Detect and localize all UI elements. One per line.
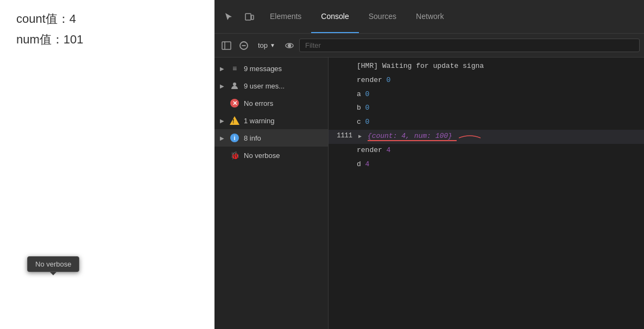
sidebar-label-warnings: 1 warning <box>244 117 274 125</box>
line-content: d 4 <box>357 159 637 170</box>
arrow-icon: ▶ <box>219 66 225 72</box>
line-content: ▶ {count: 4, num: 100} <box>357 131 637 142</box>
count-display: count值：4 <box>16 11 198 27</box>
sidebar-item-warnings[interactable]: ▶ 1 warning <box>214 112 328 129</box>
svg-point-8 <box>233 83 236 86</box>
device-icon[interactable] <box>239 7 259 27</box>
line-content: a 0 <box>357 89 637 100</box>
line-content: c 0 <box>357 117 637 128</box>
console-line: d 4 <box>329 158 644 172</box>
tab-console[interactable]: Console <box>311 0 358 33</box>
context-selector[interactable]: top ▼ <box>254 40 280 50</box>
tab-network[interactable]: Network <box>406 0 453 33</box>
sidebar-label-user: 9 user mes... <box>244 82 285 90</box>
eye-btn[interactable] <box>282 38 297 53</box>
arrow-icon: ▶ <box>219 118 225 124</box>
console-toolbar: top ▼ <box>214 34 644 58</box>
sidebar-label-verbose: No verbose <box>244 151 280 160</box>
line-content: b 0 <box>357 103 637 114</box>
sidebar-label-info: 8 info <box>244 134 261 142</box>
console-output: [HMR] Waiting for update signa render 0 … <box>329 58 644 329</box>
svg-point-7 <box>288 44 291 47</box>
line-content: [HMR] Waiting for update signa <box>357 61 637 72</box>
sidebar-item-verbose[interactable]: 🐞 No verbose <box>214 147 328 164</box>
tab-sources[interactable]: Sources <box>359 0 406 33</box>
sidebar-label-messages: 9 messages <box>244 65 282 73</box>
sidebar-item-user[interactable]: ▶ 9 user mes... <box>214 77 328 94</box>
sidebar-item-messages[interactable]: ▶ ≡ 9 messages <box>214 60 328 77</box>
console-line: render 0 <box>329 74 644 88</box>
arrow-icon: ▶ <box>219 135 225 141</box>
tab-bar: Elements Console Sources Network <box>214 0 644 34</box>
clear-btn[interactable] <box>236 38 251 53</box>
list-icon: ≡ <box>230 64 239 73</box>
filter-input[interactable] <box>299 39 640 52</box>
sidebar-item-info[interactable]: ▶ i 8 info <box>214 129 328 147</box>
user-icon <box>230 81 239 91</box>
console-line: b 0 <box>329 102 644 116</box>
tab-elements[interactable]: Elements <box>260 0 311 33</box>
devtools-panel: Elements Console Sources Network top <box>214 0 644 329</box>
sidebar-toggle-btn[interactable] <box>219 38 234 53</box>
console-sidebar: ▶ ≡ 9 messages ▶ 9 user mes... <box>214 58 329 329</box>
console-line: a 0 <box>329 88 644 102</box>
console-main: ▶ ≡ 9 messages ▶ 9 user mes... <box>214 58 644 329</box>
expand-arrow[interactable]: ▶ <box>358 132 362 141</box>
console-line: c 0 <box>329 116 644 130</box>
svg-rect-2 <box>222 42 231 49</box>
svg-rect-1 <box>251 15 254 20</box>
line-content: render 0 <box>357 75 637 86</box>
svg-rect-0 <box>245 14 251 20</box>
verbose-icon: 🐞 <box>230 150 239 160</box>
console-line: render 4 <box>329 144 644 158</box>
sidebar-label-errors: No errors <box>244 99 273 107</box>
error-icon: ✕ <box>230 98 239 108</box>
num-display: num值：101 <box>16 31 198 48</box>
line-number: 1111 <box>333 131 352 141</box>
warning-icon <box>230 116 239 125</box>
arrow-icon: ▶ <box>219 83 225 89</box>
sidebar-item-errors[interactable]: ✕ No errors <box>214 94 328 112</box>
info-icon: i <box>230 133 239 143</box>
line-content: render 4 <box>357 145 637 156</box>
console-line-obj[interactable]: 1111 ▶ {count: 4, num: 100} <box>329 130 644 144</box>
cursor-icon[interactable] <box>219 7 238 27</box>
console-line: [HMR] Waiting for update signa <box>329 60 644 74</box>
page-content: count值：4 num值：101 <box>0 0 214 329</box>
